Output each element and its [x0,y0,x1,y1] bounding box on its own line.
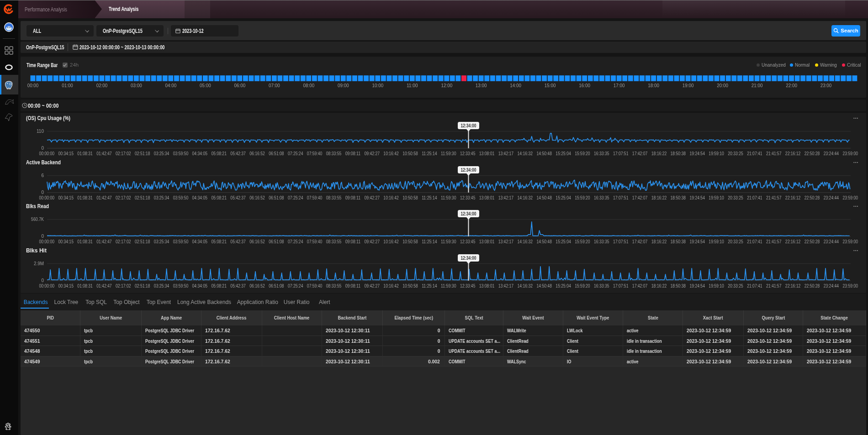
svg-text:2.9M: 2.9M [34,261,44,266]
svg-text:13:08:01: 13:08:01 [479,195,495,200]
svg-text:20:00: 20:00 [717,83,728,88]
svg-text:07:59:40: 07:59:40 [307,195,323,200]
svg-text:17:42:07: 17:42:07 [632,195,648,200]
svg-text:23:59:00: 23:59:00 [843,283,858,288]
svg-text:06:16:52: 06:16:52 [249,283,265,288]
svg-text:10:50:58: 10:50:58 [402,239,418,244]
svg-text:15:00: 15:00 [545,83,556,88]
svg-text:00:34:15: 00:34:15 [58,195,74,200]
svg-text:17:07:51: 17:07:51 [613,239,629,244]
svg-text:09:42:27: 09:42:27 [365,283,380,288]
svg-text:09:08:11: 09:08:11 [345,239,361,244]
svg-text:00:00:00: 00:00:00 [39,239,55,244]
svg-text:08:33:55: 08:33:55 [326,195,342,200]
svg-text:01:42:47: 01:42:47 [96,195,112,200]
svg-text:10:16:42: 10:16:42 [383,195,399,200]
svg-text:15:59:20: 15:59:20 [575,195,590,200]
svg-text:02:17:02: 02:17:02 [116,283,131,288]
svg-text:14:16:32: 14:16:32 [518,151,533,156]
svg-text:03:25:34: 03:25:34 [154,283,169,288]
svg-text:13:42:17: 13:42:17 [498,151,514,156]
svg-text:14:50:48: 14:50:48 [536,195,552,200]
svg-text:22:50:28: 22:50:28 [804,239,820,244]
svg-text:12:33:45: 12:33:45 [460,151,476,156]
svg-text:05:42:37: 05:42:37 [230,195,246,200]
svg-text:03:25:34: 03:25:34 [154,239,169,244]
svg-text:08:33:55: 08:33:55 [326,239,342,244]
svg-text:00:00:00: 00:00:00 [39,195,55,200]
svg-text:18:16:22: 18:16:22 [651,283,667,288]
svg-text:10:00: 10:00 [372,83,383,88]
svg-text:07:25:24: 07:25:24 [288,195,303,200]
svg-text:19:00: 19:00 [683,83,694,88]
svg-text:19:24:54: 19:24:54 [689,151,705,156]
svg-text:11:25:14: 11:25:14 [422,151,437,156]
svg-text:21:41:57: 21:41:57 [766,195,782,200]
svg-text:07:59:40: 07:59:40 [307,151,323,156]
svg-text:Blks Hit: Blks Hit [26,247,47,254]
svg-text:17:42:07: 17:42:07 [632,151,648,156]
svg-text:00:34:15: 00:34:15 [58,151,74,156]
svg-text:21:07:41: 21:07:41 [747,239,762,244]
svg-text:08:33:55: 08:33:55 [326,283,342,288]
svg-text:•••: ••• [853,204,858,208]
svg-text:23:00: 23:00 [820,83,832,88]
svg-text:03:59:50: 03:59:50 [173,151,189,156]
svg-text:14:16:32: 14:16:32 [518,195,533,200]
svg-text:11:25:14: 11:25:14 [422,239,437,244]
svg-text:06:51:08: 06:51:08 [269,151,284,156]
svg-text:18:16:22: 18:16:22 [651,151,667,156]
svg-text:14:50:48: 14:50:48 [536,283,552,288]
svg-text:05:00: 05:00 [200,83,211,88]
svg-text:16:33:35: 16:33:35 [594,151,609,156]
svg-text:23:24:44: 23:24:44 [824,151,839,156]
svg-text:00:34:15: 00:34:15 [58,239,74,244]
svg-text:03:59:50: 03:59:50 [173,283,189,288]
svg-text:13:42:17: 13:42:17 [498,239,514,244]
svg-text:01:00: 01:00 [62,83,73,88]
svg-text:18:16:22: 18:16:22 [651,195,667,200]
svg-text:23:24:44: 23:24:44 [824,283,839,288]
svg-text:22:00: 22:00 [786,83,797,88]
svg-text:20:33:25: 20:33:25 [728,283,743,288]
svg-text:14:16:32: 14:16:32 [518,239,533,244]
svg-text:11:25:14: 11:25:14 [422,283,437,288]
svg-text:11:59:30: 11:59:30 [441,195,456,200]
svg-text:15:25:04: 15:25:04 [556,195,571,200]
svg-text:02:51:18: 02:51:18 [135,195,150,200]
svg-text:09:42:27: 09:42:27 [365,195,380,200]
svg-text:21:00: 21:00 [752,83,763,88]
svg-text:12:33:45: 12:33:45 [460,283,476,288]
svg-text:02:00: 02:00 [96,83,108,88]
svg-text:21:41:57: 21:41:57 [766,239,782,244]
svg-text:00:00:00: 00:00:00 [39,151,55,156]
svg-text:03:00: 03:00 [131,83,142,88]
svg-text:110: 110 [37,129,44,134]
svg-text:07:25:24: 07:25:24 [288,283,303,288]
svg-text:0: 0 [41,146,44,151]
svg-text:15:25:04: 15:25:04 [556,239,571,244]
svg-text:12:33:45: 12:33:45 [460,239,476,244]
svg-text:20:33:25: 20:33:25 [728,195,743,200]
svg-text:05:08:21: 05:08:21 [211,151,227,156]
svg-text:23:59:00: 23:59:00 [843,239,858,244]
svg-text:6: 6 [41,173,44,178]
svg-text:12:34:00: 12:34:00 [461,167,476,172]
svg-text:17:00: 17:00 [614,83,625,88]
svg-text:07:00: 07:00 [269,83,280,88]
svg-text:02:51:18: 02:51:18 [135,239,150,244]
svg-text:06:51:08: 06:51:08 [269,239,284,244]
svg-text:01:42:47: 01:42:47 [96,239,112,244]
svg-text:19:24:54: 19:24:54 [689,195,705,200]
svg-text:05:08:21: 05:08:21 [211,239,227,244]
svg-text:14:16:32: 14:16:32 [518,283,533,288]
svg-text:22:50:28: 22:50:28 [804,151,820,156]
svg-text:02:51:18: 02:51:18 [135,283,150,288]
svg-text:19:24:54: 19:24:54 [689,283,705,288]
svg-text:Active Backend: Active Backend [26,159,61,166]
svg-text:02:17:02: 02:17:02 [116,195,131,200]
svg-text:11:00: 11:00 [407,83,418,88]
svg-text:20:33:25: 20:33:25 [728,151,743,156]
svg-text:15:59:20: 15:59:20 [575,283,590,288]
svg-text:07:25:24: 07:25:24 [288,239,303,244]
